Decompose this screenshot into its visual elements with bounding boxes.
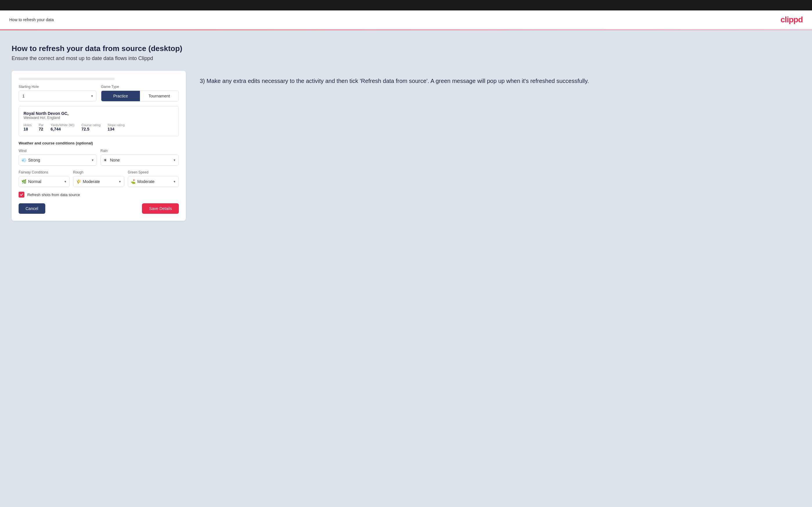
tournament-btn[interactable]: Tournament: [140, 91, 179, 101]
conditions-row: Fairway Conditions 🌿 Normal Soft Hard Ro…: [18, 170, 179, 187]
slope-rating-label: Slope rating: [108, 123, 125, 127]
rain-label: Rain: [100, 149, 179, 153]
par-stat: Par 72: [39, 123, 44, 131]
rain-select[interactable]: None Light Heavy: [100, 155, 179, 166]
slope-rating-stat: Slope rating 134: [108, 123, 125, 131]
page-subheading: Ensure the correct and most up to date d…: [12, 55, 800, 61]
yards-label: Yards/White (M)): [51, 123, 74, 127]
refresh-label: Refresh shots from data source: [27, 192, 80, 197]
course-card: Royal North Devon GC, Westward Ho!, Engl…: [18, 106, 179, 136]
side-text: 3) Make any extra edits necessary to the…: [200, 71, 800, 85]
course-location: Westward Ho!, England: [23, 116, 174, 120]
course-stats: Holes 18 Par 72 Yards/White (M)) 6,744 C…: [23, 123, 174, 131]
save-button[interactable]: Save Details: [142, 203, 179, 214]
fairway-select[interactable]: Normal Soft Hard: [18, 176, 70, 187]
page-heading: How to refresh your data from source (de…: [12, 44, 800, 53]
starting-hole-group: Starting Hole 1 10: [18, 85, 96, 102]
course-rating-stat: Course rating 72.5: [82, 123, 101, 131]
rain-group: Rain ☀ None Light Heavy: [100, 149, 179, 166]
wind-group: Wind 💨 Strong None Light Moderate: [18, 149, 97, 166]
step-description: 3) Make any extra edits necessary to the…: [200, 76, 800, 85]
wind-rain-row: Wind 💨 Strong None Light Moderate Rain: [18, 149, 179, 166]
yards-value: 6,744: [51, 127, 74, 131]
practice-btn[interactable]: Practice: [101, 91, 140, 101]
game-type-group: Game Type Practice Tournament: [101, 85, 179, 102]
refresh-checkbox-row[interactable]: Refresh shots from data source: [18, 192, 179, 198]
par-value: 72: [39, 127, 44, 131]
rough-select-wrapper[interactable]: 🌾 Moderate Light Heavy: [73, 176, 124, 187]
starting-hole-select[interactable]: 1 10: [18, 91, 96, 102]
green-speed-label: Green Speed: [128, 170, 179, 174]
header-title: How to refresh your data: [9, 17, 54, 22]
fairway-label: Fairway Conditions: [18, 170, 70, 174]
wind-select-wrapper[interactable]: 💨 Strong None Light Moderate: [18, 155, 97, 166]
fairway-select-wrapper[interactable]: 🌿 Normal Soft Hard: [18, 176, 70, 187]
action-row: Cancel Save Details: [18, 203, 179, 214]
course-rating-label: Course rating: [82, 123, 101, 127]
top-partial-hint: [18, 78, 115, 80]
refresh-checkbox[interactable]: [18, 192, 24, 198]
header: How to refresh your data clippd: [0, 10, 812, 30]
green-speed-group: Green Speed ⛳ Moderate Slow Fast: [128, 170, 179, 187]
main-content: How to refresh your data from source (de…: [0, 30, 812, 507]
rough-select[interactable]: Moderate Light Heavy: [73, 176, 124, 187]
rough-group: Rough 🌾 Moderate Light Heavy: [73, 170, 124, 187]
starting-hole-select-wrapper[interactable]: 1 10: [18, 91, 96, 102]
holes-label: Holes: [23, 123, 32, 127]
par-label: Par: [39, 123, 44, 127]
slope-rating-value: 134: [108, 127, 125, 131]
wind-label: Wind: [18, 149, 97, 153]
course-rating-value: 72.5: [82, 127, 101, 131]
starting-hole-label: Starting Hole: [18, 85, 96, 89]
fairway-group: Fairway Conditions 🌿 Normal Soft Hard: [18, 170, 70, 187]
weather-section-title: Weather and course conditions (optional): [18, 141, 179, 145]
course-name: Royal North Devon GC,: [23, 111, 174, 116]
content-area: Starting Hole 1 10 Game Type Practice To…: [12, 71, 800, 221]
rain-select-wrapper[interactable]: ☀ None Light Heavy: [100, 155, 179, 166]
starting-game-row: Starting Hole 1 10 Game Type Practice To…: [18, 85, 179, 102]
cancel-button[interactable]: Cancel: [18, 203, 45, 214]
rough-label: Rough: [73, 170, 124, 174]
holes-value: 18: [23, 127, 32, 131]
wind-select[interactable]: Strong None Light Moderate: [18, 155, 97, 166]
yards-stat: Yards/White (M)) 6,744: [51, 123, 74, 131]
green-speed-select-wrapper[interactable]: ⛳ Moderate Slow Fast: [128, 176, 179, 187]
form-panel: Starting Hole 1 10 Game Type Practice To…: [12, 71, 186, 221]
game-type-buttons: Practice Tournament: [101, 91, 179, 102]
game-type-label: Game Type: [101, 85, 179, 89]
green-speed-select[interactable]: Moderate Slow Fast: [128, 176, 179, 187]
logo: clippd: [781, 15, 803, 24]
top-bar: [0, 0, 812, 10]
holes-stat: Holes 18: [23, 123, 32, 131]
